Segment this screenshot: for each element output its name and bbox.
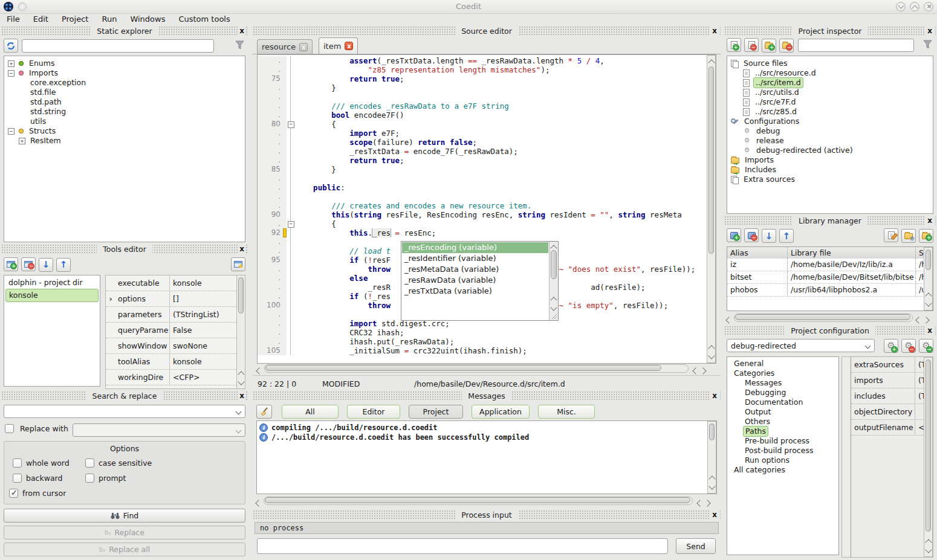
- menu-item-windows[interactable]: Windows: [123, 13, 172, 25]
- library-table-header[interactable]: AliasLibrary fileS: [727, 247, 933, 259]
- symbol-search-input[interactable]: [22, 39, 214, 53]
- remove-config-button[interactable]: −: [901, 339, 916, 353]
- project-tree-item[interactable]: debug-redirected (active): [727, 146, 933, 155]
- tab-item[interactable]: itemx: [319, 37, 358, 54]
- code-text[interactable]: {: [295, 120, 716, 129]
- close-panel-icon[interactable]: x: [238, 245, 246, 254]
- property-value[interactable]: [915, 404, 924, 419]
- config-category-item[interactable]: Documentation: [727, 397, 838, 407]
- send-button[interactable]: Send: [676, 538, 716, 554]
- search-option[interactable]: backward: [13, 473, 62, 483]
- config-category-item[interactable]: Messages: [727, 378, 838, 388]
- tool-property-row[interactable]: queryParameFalse: [106, 323, 245, 338]
- search-option[interactable]: case sensitive: [85, 458, 152, 468]
- property-value[interactable]: swoNone: [170, 338, 245, 353]
- property-value[interactable]: (T: [915, 357, 924, 372]
- static-tree-item[interactable]: +Enums: [4, 59, 245, 68]
- scan-folder-button[interactable]: [901, 229, 916, 243]
- expander-icon[interactable]: −: [8, 70, 15, 77]
- menu-item-project[interactable]: Project: [55, 13, 95, 25]
- move-tool-down-button[interactable]: [39, 258, 53, 272]
- project-tree-item[interactable]: Extra sources: [727, 175, 933, 184]
- close-button[interactable]: ×: [924, 2, 933, 11]
- config-category-item[interactable]: Paths: [727, 426, 838, 436]
- config-property-row[interactable]: extraSources(T: [851, 357, 924, 373]
- property-value[interactable]: konsole: [170, 354, 245, 369]
- find-button[interactable]: Find: [4, 509, 245, 523]
- move-library-down-button[interactable]: [762, 229, 776, 243]
- property-value[interactable]: <CFP>: [170, 370, 245, 385]
- project-tree-item[interactable]: debug: [727, 126, 933, 136]
- config-category-item[interactable]: Debugging: [727, 388, 838, 397]
- close-panel-icon[interactable]: x: [238, 391, 246, 401]
- add-config-button[interactable]: +: [884, 339, 898, 353]
- configuration-vscrollbar[interactable]: [924, 357, 933, 557]
- process-input-field[interactable]: [257, 538, 668, 554]
- menu-item-custom-tools[interactable]: Custom tools: [172, 13, 236, 25]
- replace-button[interactable]: b₂ Replace: [4, 526, 245, 539]
- replace-all-button[interactable]: b₂ Replace all: [4, 542, 245, 556]
- close-panel-icon[interactable]: x: [710, 510, 719, 520]
- inspector-filter-input[interactable]: [798, 39, 914, 52]
- code-text[interactable]: /// encodes _resRawData to a e7F string: [295, 101, 716, 111]
- code-text[interactable]: /// creates and encodes a new resource i…: [295, 201, 716, 210]
- completion-item[interactable]: _resEncoding (variable): [402, 242, 548, 253]
- messages-hscrollbar[interactable]: [256, 497, 717, 506]
- library-row[interactable]: phobos/usr/lib64/libphobos2.a/us: [727, 284, 933, 297]
- config-category-item[interactable]: Run options: [727, 455, 838, 465]
- code-text[interactable]: [295, 192, 716, 201]
- editor-vscrollbar[interactable]: [707, 55, 716, 363]
- tab-close-icon[interactable]: x: [299, 43, 308, 51]
- replace-with-checkbox[interactable]: [5, 424, 14, 433]
- property-value[interactable]: (TStringList): [170, 307, 245, 322]
- library-column-header[interactable]: Alias: [727, 247, 788, 259]
- code-text[interactable]: }: [295, 83, 716, 92]
- property-value[interactable]: (T: [915, 388, 924, 404]
- project-tree-item[interactable]: ../src/resource.d: [727, 68, 933, 78]
- checkbox-from-cursor[interactable]: [9, 489, 18, 498]
- fold-collapse-icon[interactable]: −: [288, 121, 294, 128]
- replace-with-combobox[interactable]: [73, 423, 245, 437]
- property-value[interactable]: konsole: [170, 275, 245, 291]
- search-term-combobox[interactable]: [4, 405, 245, 418]
- maximize-button[interactable]: [910, 2, 919, 11]
- config-property-row[interactable]: objectDirectory: [851, 404, 924, 420]
- library-column-header[interactable]: Library file: [788, 247, 916, 259]
- property-value[interactable]: False: [170, 323, 245, 338]
- static-tree-item[interactable]: +ResItem: [4, 136, 245, 146]
- code-text[interactable]: }: [295, 165, 716, 174]
- minimize-button[interactable]: [896, 2, 906, 11]
- config-category-item[interactable]: All categories: [727, 465, 838, 475]
- library-row[interactable]: iz/home/basile/Dev/Iz/lib/iz.a/ho: [727, 259, 933, 271]
- tools-grid-vscrollbar[interactable]: [236, 275, 245, 389]
- config-property-row[interactable]: outputFilename<(: [851, 420, 924, 436]
- static-tree-item[interactable]: std.string: [4, 107, 245, 117]
- search-option[interactable]: prompt: [85, 473, 126, 483]
- code-text[interactable]: [295, 92, 716, 101]
- library-hscrollbar[interactable]: [727, 314, 933, 323]
- completion-item[interactable]: _resTxtData (variable): [402, 286, 548, 297]
- search-option[interactable]: whole word: [13, 458, 70, 468]
- tool-property-row[interactable]: showWindowswoNone: [106, 338, 245, 354]
- code-text[interactable]: return true;: [295, 156, 716, 165]
- code-text[interactable]: return true;: [295, 74, 716, 83]
- tool-list-item[interactable]: dolphin - project dir: [5, 277, 99, 289]
- tool-property-row[interactable]: executablekonsole: [106, 275, 245, 291]
- completion-item[interactable]: _resRawData (variable): [402, 275, 548, 286]
- remove-source-button[interactable]: −: [744, 38, 759, 52]
- code-text[interactable]: CRC32 ihash;: [295, 328, 716, 337]
- checkbox-whole-word[interactable]: [13, 459, 22, 468]
- code-text[interactable]: assert(_resTxtData.length == _resRawData…: [295, 56, 716, 65]
- code-text[interactable]: _initialSum = crc322uint(ihash.finish);: [295, 346, 716, 355]
- code-text[interactable]: "z85 representation length mismatches");: [295, 65, 716, 74]
- library-column-header[interactable]: S: [916, 247, 924, 259]
- tool-property-row[interactable]: ›options[]: [106, 291, 245, 307]
- code-text[interactable]: [295, 174, 716, 183]
- config-category-item[interactable]: Pre-build process: [727, 436, 838, 446]
- project-tree-item[interactable]: Configurations: [727, 117, 933, 126]
- project-tree-item[interactable]: Source files: [727, 59, 933, 68]
- message-line[interactable]: icompiling /.../build/resource.d.coedit: [259, 423, 716, 433]
- tool-property-row[interactable]: parameters(TStringList): [106, 307, 245, 323]
- fold-gutter[interactable]: −: [287, 219, 295, 228]
- checkbox-prompt[interactable]: [85, 474, 94, 483]
